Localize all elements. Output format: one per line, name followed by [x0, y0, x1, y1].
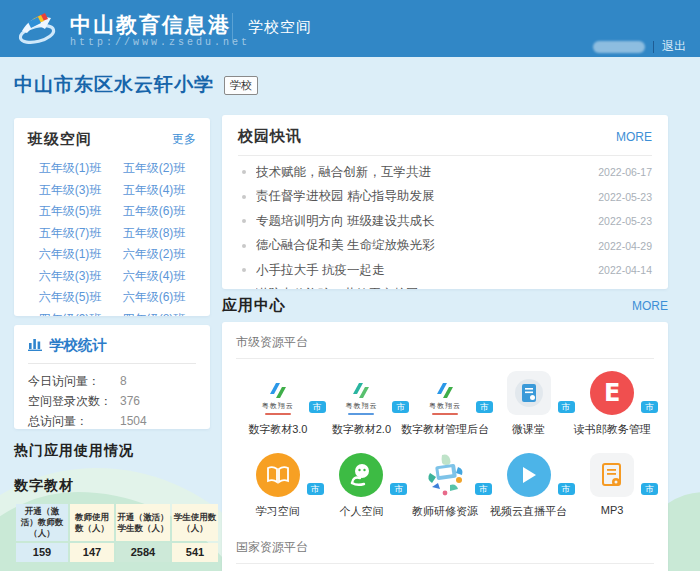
table-header: 开通（激活）学生数（人） [116, 504, 170, 541]
class-link[interactable]: 五年级(4)班 [112, 183, 196, 197]
city-badge: 市 [641, 401, 658, 413]
app-digital-textbook-2[interactable]: 粤教翔云 市 数字教材2.0 [320, 369, 404, 437]
city-badge: 市 [558, 483, 575, 495]
class-link[interactable]: 六年级(6)班 [112, 290, 196, 304]
app-label[interactable]: 读书郎教务管理 [574, 422, 651, 437]
app-label[interactable]: 微课堂 [512, 422, 545, 437]
app-label[interactable]: 教师研修资源 [412, 504, 478, 519]
news-title[interactable]: 德心融合促和美 生命绽放焕光彩 [256, 237, 590, 254]
news-item[interactable]: 德心融合促和美 生命绽放焕光彩2022-04-29 [238, 234, 652, 259]
table-header: 教师使用数（人） [70, 504, 114, 541]
class-link[interactable]: 四年级(9)班 [28, 312, 112, 317]
app-label[interactable]: 个人空间 [339, 504, 383, 519]
news-title[interactable]: 专题培训明方向 班级建设共成长 [256, 213, 590, 230]
class-link[interactable]: 六年级(1)班 [28, 247, 112, 261]
school-stats-panel: 学校统计 今日访问量： 8 空间登录次数： 376 总访问量： 1504 [14, 325, 210, 429]
stat-label: 空间登录次数： [28, 391, 120, 411]
news-title[interactable]: 技术赋能，融合创新，互学共进 [256, 164, 590, 181]
app-label[interactable]: 视频云直播平台 [490, 504, 567, 519]
school-type-badge: 学校 [224, 76, 258, 95]
stat-value: 1504 [120, 411, 147, 429]
hot-apps-usage-section: 热门应用使用情况 数字教材 开通（激活）教师数（人） 教师使用数（人） 开通（激… [14, 442, 212, 571]
city-badge: 市 [307, 483, 324, 495]
news-date: 2022-05-23 [598, 215, 652, 227]
teacher-research-illustration-icon [422, 453, 468, 497]
class-link[interactable]: 四年级(8)班 [112, 312, 196, 317]
username-redacted[interactable] [593, 41, 645, 53]
app-label[interactable]: 数字教材2.0 [332, 422, 391, 437]
app-micro-class[interactable]: 市 微课堂 [487, 369, 571, 437]
class-link[interactable]: 五年级(6)班 [112, 204, 196, 218]
table-cell: 147 [70, 543, 114, 562]
blue-play-icon [507, 453, 551, 497]
yuejiao-cloud-logo-icon: 粤教翔云 [254, 381, 302, 415]
app-label[interactable]: 数字教材3.0 [248, 422, 307, 437]
class-link[interactable]: 五年级(3)班 [28, 183, 112, 197]
stat-value: 8 [120, 371, 127, 391]
table-header: 开通（激活）教师数（人） [16, 504, 68, 541]
app-center-more-link[interactable]: MORE [632, 299, 668, 313]
campus-news-more-link[interactable]: MORE [616, 130, 652, 144]
stat-row: 今日访问量： 8 [28, 371, 196, 391]
class-link[interactable]: 六年级(5)班 [28, 290, 112, 304]
app-learning-space[interactable]: 市 学习空间 [236, 451, 320, 519]
bar-chart-icon [28, 337, 43, 354]
news-title[interactable]: 小手拉大手 抗疫一起走 [256, 262, 590, 279]
class-link[interactable]: 六年级(3)班 [28, 269, 112, 283]
news-date: 2022-04-14 [598, 264, 652, 276]
class-link[interactable]: 五年级(1)班 [28, 161, 112, 175]
yuejiao-cloud-logo-icon: 粤教翔云 [421, 381, 469, 415]
class-link[interactable]: 六年级(2)班 [112, 247, 196, 261]
brand[interactable]: 中山教育信息港 http://www.zsedu.net [14, 7, 250, 53]
stat-row: 总访问量： 1504 [28, 411, 196, 429]
yuejiao-cloud-logo-teal-icon: 粤教翔云 [337, 381, 385, 415]
app-label[interactable]: 学习空间 [256, 504, 300, 519]
app-personal-space[interactable]: 市 个人空间 [320, 451, 404, 519]
app-digital-textbook-3[interactable]: 粤教翔云 市 数字教材3.0 [236, 369, 320, 437]
city-badge: 市 [392, 401, 409, 413]
app-textbook-admin[interactable]: 粤教翔云 市 数字教材管理后台 [403, 369, 487, 437]
news-item[interactable]: 谨防电信诈骗，共筑平安校园2022-04-11 [238, 283, 652, 290]
news-title[interactable]: 责任督学进校园 精心指导助发展 [256, 188, 590, 205]
city-badge: 市 [558, 401, 575, 413]
app-dushulang-admin[interactable]: E 市 读书郎教务管理 [570, 369, 654, 437]
stat-row: 空间登录次数： 376 [28, 391, 196, 411]
news-title[interactable]: 谨防电信诈骗，共筑平安校园 [256, 286, 591, 289]
news-item[interactable]: 技术赋能，融合创新，互学共进2022-06-17 [238, 160, 652, 185]
city-badge: 市 [390, 483, 407, 495]
news-item[interactable]: 责任督学进校园 精心指导助发展2022-05-23 [238, 185, 652, 210]
class-link[interactable]: 五年级(7)班 [28, 226, 112, 240]
digital-textbook-subtitle: 数字教材 [14, 477, 212, 495]
logout-link[interactable]: 退出 [662, 38, 686, 55]
app-center-title: 应用中心 [222, 296, 286, 315]
app-mp3[interactable]: 市 MP3 [570, 451, 654, 519]
site-url: http://www.zsedu.net [70, 37, 250, 48]
class-link[interactable]: 六年级(4)班 [112, 269, 196, 283]
class-link[interactable]: 五年级(2)班 [112, 161, 196, 175]
section-title: 学校空间 [248, 18, 312, 37]
class-link[interactable]: 五年级(5)班 [28, 204, 112, 218]
table-cell: 2584 [116, 543, 170, 562]
bullet-icon [242, 170, 246, 174]
micro-class-doc-icon [507, 371, 551, 415]
user-divider [653, 41, 654, 53]
site-title: 中山教育信息港 [70, 13, 250, 37]
page: 中山教育信息港 http://www.zsedu.net 学校空间 退出 中山市… [0, 0, 700, 571]
app-label[interactable]: 数字教材管理后台 [401, 422, 489, 437]
red-circle-letter-icon: E [590, 371, 634, 415]
app-teacher-research[interactable]: 市 教师研修资源 [403, 451, 487, 519]
class-space-title: 班级空间 [28, 130, 92, 149]
bullet-icon [242, 244, 246, 248]
city-badge: 市 [309, 401, 326, 413]
news-item[interactable]: 小手拉大手 抗疫一起走2022-04-14 [238, 258, 652, 283]
stat-label: 总访问量： [28, 411, 120, 429]
national-platform-label: 国家资源平台 [236, 539, 654, 563]
news-date: 2022-04-29 [598, 240, 652, 252]
class-link[interactable]: 五年级(8)班 [112, 226, 196, 240]
app-video-live[interactable]: 市 视频云直播平台 [487, 451, 571, 519]
table-header: 学生使用数（人） [172, 504, 218, 541]
news-item[interactable]: 专题培训明方向 班级建设共成长2022-05-23 [238, 209, 652, 234]
app-label[interactable]: MP3 [601, 504, 624, 516]
bullet-icon [242, 195, 246, 199]
class-space-more-link[interactable]: 更多 [172, 131, 196, 148]
